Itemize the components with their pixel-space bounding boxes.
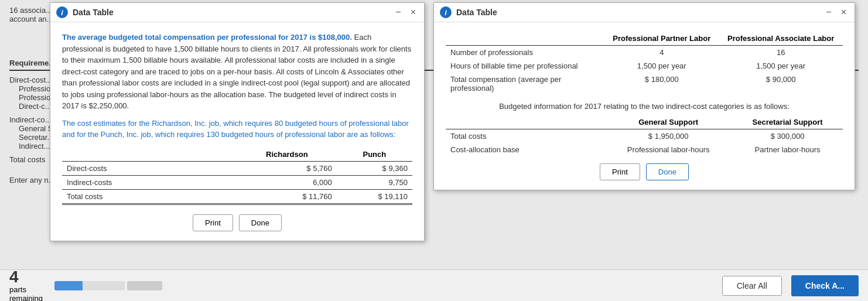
highlight-text2: The cost estimates for the Richardson, I…: [62, 119, 409, 139]
right-dialog-controls: − ×: [823, 8, 849, 17]
cost-table-row2: Indirect-costs 6,000 9,750: [62, 175, 412, 189]
left-close-btn[interactable]: ×: [408, 8, 418, 17]
highlight-text: The average budgeted total compensation …: [62, 33, 352, 42]
right-t2-row2: Cost-allocation base Professional labor-…: [446, 143, 843, 156]
cost-table: Richardson Punch Direct-costs $ 5,760 $ …: [62, 148, 412, 205]
left-minimize-btn[interactable]: −: [393, 8, 403, 17]
right-dialog-body: Professional Partner Labor Professional …: [434, 22, 855, 190]
right-minimize-btn[interactable]: −: [823, 8, 833, 17]
left-dialog-text: The average budgeted total compensation …: [62, 32, 412, 141]
right-t2-r1-val2: $ 300,000: [732, 129, 843, 143]
right-dialog-footer: Print Done: [446, 163, 843, 180]
right-info-icon: i: [440, 6, 452, 18]
right-t1-col2: Professional Partner Labor: [604, 32, 719, 46]
right-close-btn[interactable]: ×: [839, 8, 849, 17]
row3-val2: $ 19,110: [337, 189, 412, 204]
check-answer-button[interactable]: Check A...: [791, 275, 859, 296]
row3-val1: $ 11,760: [237, 189, 337, 204]
left-print-btn[interactable]: Print: [193, 214, 233, 231]
row2-val2: 9,750: [337, 175, 412, 189]
right-t2-r2-val2: Partner labor-hours: [732, 143, 843, 156]
right-t1-row3: Total compensation (average per professi…: [446, 73, 843, 95]
cost-table-row1: Direct-costs $ 5,760 $ 9,360: [62, 161, 412, 175]
right-t1-r2-val2: 1,500 per year: [719, 59, 843, 73]
cost-table-col3: Punch: [337, 148, 412, 162]
left-paragraph1: The average budgeted total compensation …: [62, 32, 412, 112]
right-t1-r1-label: Number of professionals: [446, 46, 604, 60]
left-dialog-titlebar: i Data Table − ×: [50, 3, 424, 22]
right-t1-r2-val1: 1,500 per year: [604, 59, 719, 73]
right-dialog-title: Data Table: [456, 8, 819, 17]
row2-label: Indirect-costs: [62, 175, 237, 189]
left-dialog-footer: Print Done: [62, 214, 412, 231]
cost-table-col1: [62, 148, 237, 162]
parts-remaining-container: 4 parts remaining: [9, 269, 43, 302]
row3-label: Total costs: [62, 189, 237, 204]
right-t1-row1: Number of professionals 4 16: [446, 46, 843, 60]
left-dialog-body: The average budgeted total compensation …: [50, 22, 424, 241]
parts-label-row: parts remaining: [9, 285, 43, 302]
left-paragraph2: The cost estimates for the Richardson, I…: [62, 118, 412, 141]
left-dialog: i Data Table − × The average budgeted to…: [50, 2, 425, 241]
remaining-label: remaining: [9, 294, 43, 302]
right-print-btn[interactable]: Print: [600, 163, 640, 180]
right-done-btn[interactable]: Done: [646, 163, 689, 180]
right-t2-r1-label: Total costs: [446, 129, 604, 143]
left-info-icon: i: [56, 6, 68, 18]
clear-all-button[interactable]: Clear All: [722, 276, 782, 296]
right-t2-col3: Secretarial Support: [732, 115, 843, 129]
row1-val1: $ 5,760: [237, 161, 337, 175]
row1-label: Direct-costs: [62, 161, 237, 175]
right-t1-r1-val1: 4: [604, 46, 719, 60]
cost-table-col2: Richardson: [237, 148, 337, 162]
left-dialog-title: Data Table: [73, 8, 388, 17]
parts-label: parts: [9, 285, 26, 294]
progress-bar-fill: [54, 281, 83, 290]
budgeted-info-text: Budgeted information for 2017 relating t…: [446, 102, 843, 111]
right-t1-r2-label: Hours of billable time per professional: [446, 59, 604, 73]
right-dialog-titlebar: i Data Table − ×: [434, 3, 855, 22]
right-t1-r3-val2: $ 90,000: [719, 73, 843, 95]
cost-table-row3: Total costs $ 11,760 $ 19,110: [62, 189, 412, 204]
right-t2-col2: General Support: [604, 115, 732, 129]
right-t2-r2-val1: Professional labor-hours: [604, 143, 732, 156]
right-table1: Professional Partner Labor Professional …: [446, 32, 843, 95]
left-dialog-controls: − ×: [393, 8, 418, 17]
right-t1-col1: [446, 32, 604, 46]
right-t2-col1: [446, 115, 604, 129]
right-table2: General Support Secretarial Support Tota…: [446, 115, 843, 156]
progress-bar-container: [54, 281, 162, 290]
right-dialog: i Data Table − × Professional Partner La…: [433, 2, 855, 190]
bottom-bar: 4 parts remaining Clear All Check A...: [0, 269, 868, 301]
right-t1-row2: Hours of billable time per professional …: [446, 59, 843, 73]
right-t1-r1-val2: 16: [719, 46, 843, 60]
right-t1-col3: Professional Associate Labor: [719, 32, 843, 46]
parts-number: 4: [9, 269, 43, 285]
progress-bar: [54, 281, 125, 290]
left-done-btn[interactable]: Done: [239, 214, 282, 231]
right-t2-r1-val1: $ 1,950,000: [604, 129, 732, 143]
right-t1-r3-val1: $ 180,000: [604, 73, 719, 95]
row2-val1: 6,000: [237, 175, 337, 189]
progress-bar-empty: [127, 281, 162, 290]
right-t2-row1: Total costs $ 1,950,000 $ 300,000: [446, 129, 843, 143]
right-t1-r3-label: Total compensation (average per professi…: [446, 73, 604, 95]
row1-val2: $ 9,360: [337, 161, 412, 175]
right-t2-r2-label: Cost-allocation base: [446, 143, 604, 156]
